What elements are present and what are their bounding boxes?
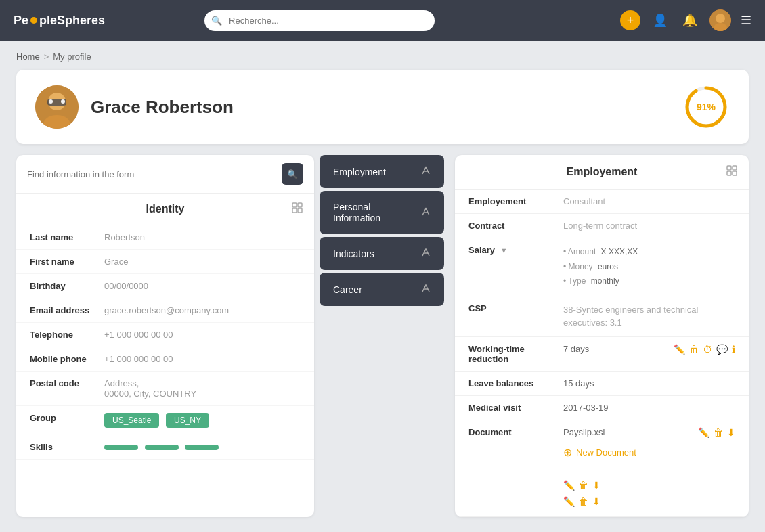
extra1-edit-icon[interactable]: ✏️ [563, 480, 575, 491]
svg-rect-12 [298, 203, 302, 207]
employment-header: Employement [455, 155, 749, 190]
middle-nav: Employment PersonalInformation [314, 155, 450, 517]
extra2-delete-icon[interactable]: 🗑 [579, 496, 588, 507]
emp-row-working-time: Working-timereduction 7 days ✏️ 🗑 ⏱ 💬 ℹ [455, 337, 749, 372]
emp-row-leave: Leave balances 15 days [455, 372, 749, 396]
breadcrumb-home[interactable]: Home [16, 51, 40, 62]
emp-row-contract: Contract Long-term contract [455, 214, 749, 238]
employment-panel: Employement Employement Consultant Contr… [455, 155, 749, 517]
tab-employment[interactable]: Employment [320, 155, 444, 188]
employment-expand-button[interactable] [726, 164, 738, 179]
tab-personal-info[interactable]: PersonalInformation [320, 191, 444, 234]
svg-point-1 [716, 14, 725, 23]
document-name: Payslip.xsl [563, 427, 698, 437]
svg-rect-21 [727, 171, 731, 175]
employment-title: Employement [567, 166, 638, 178]
profile-completion: 91% [682, 83, 730, 131]
emp-row-document: Document Payslip.xsl ✏️ 🗑 ⬇ ⊕ New Docume… [455, 420, 749, 470]
avatar[interactable] [709, 9, 731, 31]
identity-row-birthday: Birthday 00/00/0000 [16, 274, 314, 298]
identity-header: Identity [16, 194, 314, 225]
document-actions: ✏️ 🗑 ⬇ [698, 427, 735, 438]
tag-us-seatle: US_Seatle [104, 413, 159, 428]
lower-section: 🔍 Identity Last name Robertson [16, 155, 749, 517]
info-icon[interactable]: ℹ [732, 344, 735, 355]
tab-indicators[interactable]: Indicators [320, 237, 444, 270]
tab-career[interactable]: Career [320, 273, 444, 306]
tab-career-icon [421, 284, 431, 295]
identity-row-email: Email address grace.robertson@company.co… [16, 298, 314, 323]
edit-icon[interactable]: ✏️ [674, 344, 685, 355]
tab-employment-icon [421, 166, 431, 177]
identity-row-firstname: First name Grace [16, 250, 314, 274]
breadcrumb-current: My profile [53, 51, 91, 62]
svg-rect-11 [292, 203, 297, 207]
message-icon[interactable]: 💬 [716, 344, 728, 355]
salary-details: • Amount X XXX,XX • Money euros • Type m… [563, 245, 638, 289]
extra2-edit-icon[interactable]: ✏️ [563, 496, 575, 507]
breadcrumb-separator: > [44, 51, 49, 62]
svg-rect-13 [292, 208, 297, 213]
svg-point-8 [61, 99, 65, 104]
working-time-actions: ✏️ 🗑 ⏱ 💬 ℹ [674, 344, 735, 355]
tab-indicators-icon [421, 248, 431, 259]
tag-us-ny: US_NY [166, 413, 209, 428]
salary-chevron[interactable]: ▼ [500, 246, 508, 254]
identity-panel: 🔍 Identity Last name Robertson [16, 155, 314, 517]
main-content: Home > My profile Grace Robertson 91% [0, 41, 765, 528]
identity-row-mobile: Mobile phone +1 000 000 00 00 [16, 347, 314, 372]
doc-edit-icon[interactable]: ✏️ [698, 427, 709, 438]
completion-percentage: 91% [697, 102, 716, 112]
emp-extra-row-1: ✏️ 🗑 ⬇ ✏️ 🗑 ⬇ [455, 470, 749, 517]
users-icon-button[interactable]: 👤 [650, 10, 670, 30]
tab-personal-info-icon [421, 207, 431, 219]
form-search-button[interactable]: 🔍 [282, 163, 303, 185]
svg-rect-22 [733, 171, 737, 175]
search-icon: 🔍 [211, 16, 222, 26]
emp-row-csp: CSP 38-Syntec engineers and technical ex… [455, 296, 749, 337]
identity-row-postal: Postal code Address,00000, City, COUNTRY [16, 372, 314, 406]
profile-card: Grace Robertson 91% [16, 70, 749, 144]
form-search-input[interactable] [27, 169, 275, 179]
add-button[interactable]: + [620, 10, 640, 30]
search-bar: 🔍 [204, 10, 435, 31]
identity-row-group: Group US_Seatle US_NY [16, 406, 314, 435]
identity-expand-button[interactable] [291, 202, 303, 217]
svg-rect-20 [733, 166, 737, 170]
svg-rect-14 [298, 208, 302, 213]
emp-row-salary: Salary ▼ • Amount X XXX,XX • Money euros… [455, 238, 749, 296]
navbar: PepleSpheres 🔍 + 👤 🔔 ☰ [0, 0, 765, 41]
clock-icon[interactable]: ⏱ [703, 344, 712, 355]
nav-icons: + 👤 🔔 ☰ [620, 9, 751, 31]
delete-icon[interactable]: 🗑 [689, 344, 699, 355]
search-field-row: 🔍 [16, 155, 314, 194]
bell-icon-button[interactable]: 🔔 [680, 10, 700, 30]
logo-dot [30, 17, 37, 24]
tag-skill-3 [185, 445, 219, 450]
breadcrumb: Home > My profile [16, 51, 749, 62]
identity-row-skills: Skills [16, 435, 314, 460]
svg-point-7 [49, 99, 53, 104]
new-document-button[interactable]: ⊕ New Document [563, 442, 735, 463]
svg-rect-19 [727, 166, 731, 170]
identity-row-telephone: Telephone +1 000 000 00 00 [16, 323, 314, 347]
extra1-download-icon[interactable]: ⬇ [592, 480, 600, 491]
search-input[interactable] [204, 10, 435, 31]
hamburger-menu[interactable]: ☰ [741, 13, 751, 28]
doc-delete-icon[interactable]: 🗑 [714, 427, 723, 438]
doc-download-icon[interactable]: ⬇ [727, 427, 735, 438]
identity-row-lastname: Last name Robertson [16, 225, 314, 250]
profile-avatar [35, 85, 79, 129]
identity-title: Identity [146, 203, 185, 215]
extra1-delete-icon[interactable]: 🗑 [579, 480, 588, 491]
extra2-download-icon[interactable]: ⬇ [592, 496, 600, 507]
emp-row-medical: Medical visit 2017-03-19 [455, 396, 749, 420]
tag-skill-2 [145, 445, 179, 450]
profile-name: Grace Robertson [91, 97, 234, 118]
tag-skill-1 [104, 445, 138, 450]
logo: PepleSpheres [14, 14, 105, 28]
emp-row-employment: Employement Consultant [455, 190, 749, 214]
